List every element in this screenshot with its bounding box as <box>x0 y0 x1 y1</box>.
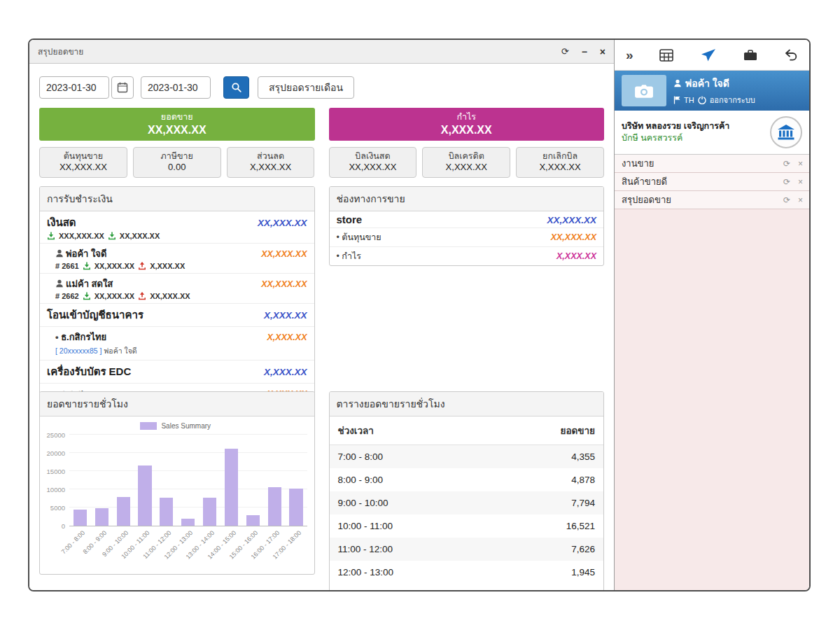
calendar-button[interactable] <box>111 76 134 99</box>
undo-icon[interactable] <box>784 49 798 62</box>
refresh-icon[interactable]: ⟳ <box>783 160 790 168</box>
profit-banner-label: กำไร <box>456 111 476 122</box>
refresh-icon[interactable]: ⟳ <box>783 196 790 204</box>
chart-y-tick: 0 <box>62 522 65 530</box>
date-to-input[interactable] <box>141 76 211 99</box>
cash-in-icon <box>83 292 91 300</box>
payment-row-transfer: โอนเข้าบัญชีธนาคาร X,XXX.XX <box>40 304 314 327</box>
chart-bar <box>264 435 286 526</box>
sales-amount: 4,878 <box>489 468 603 491</box>
table-row: 10:00 - 11:0016,521 <box>330 514 604 538</box>
refresh-icon[interactable]: ⟳ <box>561 47 569 56</box>
stat-value: X,XXX.XX <box>539 162 580 174</box>
close-icon[interactable]: × <box>798 178 803 186</box>
date-from-input[interactable] <box>39 76 109 99</box>
close-icon[interactable]: × <box>600 47 606 57</box>
month-summary-button[interactable]: สรุปยอดรายเดือน <box>258 76 354 99</box>
hourly-table-panel: ตารางยอดขายรายชั่วโมง ช่วงเวลา ยอดขาย 7:… <box>329 391 605 590</box>
payment-row-bank: ธ.กสิกรไทย X,XXX.XX [ 20xxxxxx85 ] พ่อค้… <box>40 327 314 360</box>
time-range: 7:00 - 8:00 <box>330 445 490 469</box>
stat-label: บิลเครดิต <box>449 151 484 162</box>
user-info: พ่อค้า ใจดี TH ออกจากระบบ <box>673 76 755 106</box>
minimize-icon[interactable]: − <box>582 47 587 57</box>
sales-banner: ยอดขาย XX,XXX.XX <box>39 108 315 141</box>
chart-bar <box>199 435 220 526</box>
grid-icon[interactable] <box>659 49 673 62</box>
table-row: 11:00 - 12:007,626 <box>330 538 604 561</box>
user-name: พ่อค้า ใจดี <box>685 76 729 91</box>
sidebar-empty-area <box>615 209 809 590</box>
stats-group-sales: ต้นทุนขาย XX,XXX.XX ภาษีขาย 0.00 ส่วนลด … <box>39 147 315 178</box>
stat-label: ยกเลิกบิล <box>542 151 578 162</box>
cash-out-total: XX,XXX.XX <box>120 232 160 240</box>
payment-row-cash: เงินสด XX,XXX.XX XXX,XXX.XX XX,XXX.XX <box>40 211 314 244</box>
company-card: บริษัท หลองรวย เจริญการค้า บักษี นครสวรร… <box>615 111 809 155</box>
company-branch: บักษี นครสวรรค์ <box>622 132 764 145</box>
channel-row-store: store XX,XXX.XX <box>330 211 604 228</box>
payment-method-value: XX,XXX.XX <box>258 218 307 228</box>
calendar-icon <box>117 82 128 93</box>
sales-amount: 4,355 <box>489 445 603 469</box>
profit-banner: กำไร X,XXX.XX <box>329 108 605 141</box>
stat-label: ภาษีขาย <box>161 151 193 162</box>
sales-amount: 16,521 <box>489 514 603 538</box>
cash-in-icon <box>47 232 55 240</box>
sidebar-item-label: สรุปยอดขาย <box>622 192 776 207</box>
hourly-table-title: ตารางยอดขายรายชั่วโมง <box>330 392 604 416</box>
stat-value: 0.00 <box>168 162 186 174</box>
collapse-icon[interactable]: » <box>626 48 634 62</box>
staff-cash-out: XX,XXX.XX <box>150 292 190 300</box>
logout-link[interactable]: ออกจากระบบ <box>710 94 755 106</box>
sales-summary-window: สรุปยอดขาย ⟳ − × สรุปยอดรายเดือน <box>29 40 615 590</box>
legend-label: Sales Summary <box>161 422 211 430</box>
avatar[interactable] <box>622 75 666 106</box>
payment-method-label: เครื่องรับบัตร EDC <box>47 363 131 380</box>
stat-box-cash-bill: บิลเงินสด XX,XXX.XX <box>329 147 417 178</box>
chart-y-tick: 10000 <box>47 486 65 493</box>
sales-amount: 1,945 <box>489 561 603 584</box>
chart-y-tick: 20000 <box>47 449 65 457</box>
stat-box-tax: ภาษีขาย 0.00 <box>133 147 221 178</box>
search-button[interactable] <box>223 76 249 99</box>
bill-number: # 2661 <box>55 262 79 270</box>
table-row: 12:00 - 13:001,945 <box>330 561 604 584</box>
channel-label: store <box>337 214 363 225</box>
hourly-chart-panel: ยอดขายรายชั่วโมง Sales Summary 050001000… <box>39 391 315 575</box>
channel-profit-label: กำไร <box>337 249 361 263</box>
table-header-row: ช่วงเวลา ยอดขาย <box>330 416 604 445</box>
sidebar-item-best-sellers[interactable]: สินค้าขายดี ⟳ × <box>615 173 809 191</box>
user-card: พ่อค้า ใจดี TH ออกจากระบบ <box>615 71 809 111</box>
time-column-header: ช่วงเวลา <box>330 416 490 445</box>
payment-row-edc: เครื่องรับบัตร EDC X,XXX.XX <box>40 360 314 384</box>
close-icon[interactable]: × <box>798 196 803 204</box>
briefcase-icon[interactable] <box>743 49 757 62</box>
refresh-icon[interactable]: ⟳ <box>783 178 790 186</box>
sidebar: » พ่อค้า ใจดี <box>615 40 809 590</box>
close-icon[interactable]: × <box>798 160 803 168</box>
sidebar-item-sales-job[interactable]: งานขาย ⟳ × <box>615 155 809 173</box>
account-number: [ 20xxxxxx85 ] <box>55 346 102 355</box>
stat-box-cost: ต้นทุนขาย XX,XXX.XX <box>39 147 127 178</box>
channel-row-profit: กำไร X,XXX.XX <box>330 247 604 265</box>
stat-value: XX,XXX.XX <box>349 162 396 174</box>
stat-label: ส่วนลด <box>257 151 284 162</box>
stat-box-discount: ส่วนลด X,XXX.XX <box>227 147 315 178</box>
person-icon <box>673 79 682 88</box>
chart-bar <box>134 435 156 526</box>
legend-swatch <box>140 422 157 430</box>
sidebar-item-sales-summary[interactable]: สรุปยอดขาย ⟳ × <box>615 191 809 209</box>
payment-method-label: โอนเข้าบัญชีธนาคาร <box>47 307 144 323</box>
channel-profit-value: X,XXX.XX <box>556 251 596 261</box>
banner-row: ยอดขาย XX,XXX.XX กำไร X,XXX.XX <box>39 108 604 141</box>
company-logo[interactable] <box>770 116 802 148</box>
bank-amount: X,XXX.XX <box>267 332 307 342</box>
language-label[interactable]: TH <box>684 96 694 104</box>
hourly-sales-chart: Sales Summary 0500010000150002000025000 … <box>40 416 314 573</box>
send-icon[interactable] <box>700 48 717 62</box>
account-name: พ่อค้า ใจดี <box>104 346 136 355</box>
channel-value: XX,XXX.XX <box>547 215 596 225</box>
channel-cost-label: ต้นทุนขาย <box>337 230 382 244</box>
chart-bar <box>69 435 91 526</box>
chart-bar <box>155 435 177 526</box>
cash-in-total: XXX,XXX.XX <box>59 232 104 240</box>
